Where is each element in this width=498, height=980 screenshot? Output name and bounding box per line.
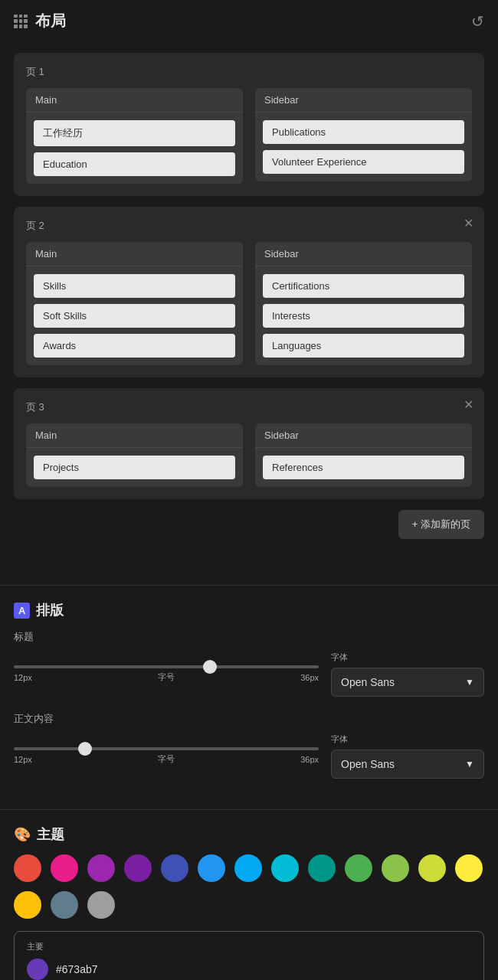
list-item[interactable]: References [263, 456, 464, 479]
layout-section: 页 1 Main 工作经历 Education Sidebar Publicat… [0, 42, 498, 580]
list-item[interactable]: Awards [34, 334, 235, 358]
color-option[interactable] [198, 854, 225, 882]
body-slider-container: 12px 字号 36px [14, 747, 319, 765]
main-col-1: Main 工作经历 Education [26, 88, 243, 184]
theme-current-value: #673ab7 [27, 959, 471, 980]
color-option[interactable] [161, 854, 188, 882]
typography-section: A 排版 标题 12px 字号 36px 字体 Open Sans ▼ [0, 590, 498, 805]
color-option[interactable] [308, 854, 336, 882]
color-option[interactable] [87, 891, 115, 919]
color-option[interactable] [271, 854, 299, 882]
page-close-button-3[interactable]: ✕ [464, 397, 473, 412]
list-item[interactable]: Projects [34, 456, 235, 479]
list-item[interactable]: Soft Skills [34, 304, 235, 328]
section-divider-2 [0, 809, 498, 810]
color-option[interactable] [345, 854, 372, 882]
heading-mid: 字号 [32, 671, 300, 683]
main-body-1: 工作经历 Education [26, 113, 243, 184]
heading-font-dropdown[interactable]: Open Sans ▼ [331, 668, 484, 697]
color-option[interactable] [87, 854, 115, 882]
list-item[interactable]: Volunteer Experience [263, 150, 464, 174]
list-item[interactable]: Education [34, 152, 235, 176]
body-label: 正文内容 [14, 712, 484, 726]
main-body-2: Skills Soft Skills Awards [26, 266, 243, 365]
color-option[interactable] [51, 854, 78, 882]
heading-slider-container: 12px 字号 36px [14, 665, 319, 683]
body-font-select: 字体 Open Sans ▼ [331, 733, 484, 779]
theme-hex-value: #673ab7 [56, 963, 98, 975]
body-font-value: Open Sans [341, 758, 395, 770]
typography-title: A 排版 [14, 601, 484, 619]
sidebar-col-2: Sidebar Certifications Interests Languag… [255, 242, 472, 365]
body-min: 12px [14, 755, 32, 764]
page-columns-3: Main Projects Sidebar References [26, 423, 472, 487]
heading-label: 标题 [14, 630, 484, 644]
body-font-label: 字体 [331, 733, 484, 745]
sidebar-body-1: Publications Volunteer Experience [255, 113, 472, 181]
theme-title: 🎨 主题 [14, 825, 484, 844]
main-col-2: Main Skills Soft Skills Awards [26, 242, 243, 365]
heading-row: 12px 字号 36px 字体 Open Sans ▼ [14, 652, 484, 697]
main-header-2: Main [26, 242, 243, 266]
section-divider [0, 585, 498, 586]
heading-font-label: 字体 [331, 652, 484, 663]
body-slider-labels: 12px 字号 36px [14, 753, 319, 765]
page-label-3: 页 3 [26, 400, 472, 414]
list-item[interactable]: Languages [263, 334, 464, 358]
body-mid: 字号 [32, 753, 300, 765]
page-columns-2: Main Skills Soft Skills Awards Sidebar C… [26, 242, 472, 365]
main-body-3: Projects [26, 448, 243, 487]
page-card-1: 页 1 Main 工作经历 Education Sidebar Publicat… [14, 53, 484, 196]
body-max: 36px [300, 755, 319, 764]
sidebar-header-2: Sidebar [255, 242, 472, 266]
sidebar-col-3: Sidebar References [255, 423, 472, 487]
list-item[interactable]: Interests [263, 304, 464, 328]
theme-current: 主要 #673ab7 [14, 931, 484, 980]
color-option[interactable] [455, 854, 483, 882]
heading-max: 36px [300, 673, 319, 682]
theme-color-dot [27, 959, 48, 980]
heading-group: 标题 12px 字号 36px 字体 Open Sans ▼ [14, 630, 484, 697]
app-header: 布局 ↺ [0, 0, 498, 42]
list-item[interactable]: Publications [263, 120, 464, 144]
color-option[interactable] [51, 891, 78, 919]
page-title: 布局 [35, 11, 66, 31]
heading-font-select: 字体 Open Sans ▼ [331, 652, 484, 697]
chevron-down-icon: ▼ [465, 677, 474, 688]
header-left: 布局 [14, 11, 66, 31]
color-option[interactable] [382, 854, 409, 882]
list-item[interactable]: Certifications [263, 274, 464, 298]
sidebar-col-1: Sidebar Publications Volunteer Experienc… [255, 88, 472, 184]
heading-font-value: Open Sans [341, 676, 395, 688]
body-row: 12px 字号 36px 字体 Open Sans ▼ [14, 733, 484, 779]
palette-icon: 🎨 [14, 826, 31, 843]
main-col-3: Main Projects [26, 423, 243, 487]
page-columns-1: Main 工作经历 Education Sidebar Publications… [26, 88, 472, 184]
page-close-button-2[interactable]: ✕ [464, 216, 473, 230]
history-icon[interactable]: ↺ [471, 12, 484, 31]
sidebar-body-2: Certifications Interests Languages [255, 266, 472, 365]
typography-icon: A [14, 603, 30, 619]
sidebar-body-3: References [255, 448, 472, 487]
page-label-2: 页 2 [26, 219, 472, 233]
list-item[interactable]: 工作经历 [34, 120, 235, 146]
body-font-dropdown[interactable]: Open Sans ▼ [331, 750, 484, 779]
body-slider[interactable] [14, 747, 319, 750]
color-option[interactable] [418, 854, 446, 882]
body-group: 正文内容 12px 字号 36px 字体 Open Sans ▼ [14, 712, 484, 779]
heading-min: 12px [14, 673, 32, 682]
grid-icon [14, 15, 28, 28]
color-grid [14, 854, 484, 919]
list-item[interactable]: Skills [34, 274, 235, 298]
color-option[interactable] [234, 854, 262, 882]
heading-slider[interactable] [14, 665, 319, 668]
color-option[interactable] [14, 891, 41, 919]
theme-section: 🎨 主题 主要 #673ab7 [0, 815, 498, 980]
color-option[interactable] [124, 854, 152, 882]
theme-current-label: 主要 [27, 941, 471, 952]
add-page-button[interactable]: + 添加新的页 [398, 510, 484, 539]
main-header-3: Main [26, 423, 243, 448]
sidebar-header-1: Sidebar [255, 88, 472, 113]
sidebar-header-3: Sidebar [255, 423, 472, 448]
color-option[interactable] [14, 854, 41, 882]
